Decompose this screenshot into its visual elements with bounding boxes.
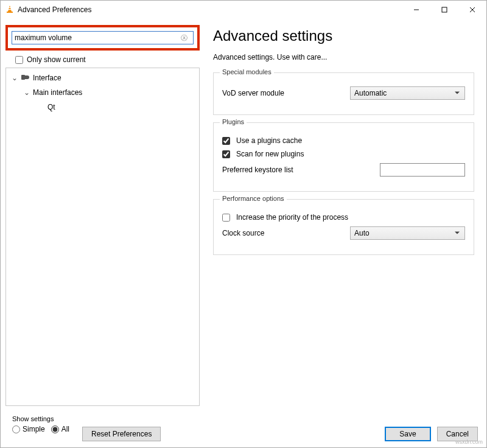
search-highlight-box: ⓧ [5, 25, 200, 51]
svg-rect-9 [21, 75, 25, 80]
radio-simple-label: Simple [23, 425, 45, 433]
use-plugins-cache-checkbox[interactable] [222, 137, 230, 145]
save-button[interactable]: Save [385, 427, 430, 441]
keystore-input[interactable] [380, 163, 465, 177]
titlebar: Advanced Preferences [1, 1, 486, 19]
window-controls [402, 1, 486, 19]
increase-priority-label: Increase the priority of the process [236, 213, 348, 222]
minimize-button[interactable] [402, 1, 430, 19]
tree-label: Interface [33, 74, 61, 82]
keystore-label: Preferred keystore list [222, 166, 344, 174]
chevron-down-icon[interactable]: ⌄ [11, 74, 18, 82]
close-button[interactable] [458, 1, 486, 19]
search-input[interactable] [12, 31, 194, 44]
clock-source-select[interactable]: Auto [350, 226, 465, 240]
chevron-down-icon[interactable]: ⌄ [23, 88, 30, 97]
page-title: Advanced settings [213, 27, 474, 44]
only-show-current-input[interactable] [15, 56, 23, 64]
tree-label: Qt [47, 103, 55, 111]
group-plugins: Plugins Use a plugins cache Scan for new… [213, 122, 474, 192]
show-settings-group: Show settings Simple All [9, 412, 74, 438]
vod-value: Automatic [354, 89, 387, 97]
reset-preferences-button[interactable]: Reset Preferences [82, 427, 161, 441]
tree-item-interface[interactable]: ⌄ Interface [6, 71, 199, 85]
left-panel: ⓧ Only show current ⌄ Interface ⌄ Main i… [1, 19, 205, 411]
clock-value: Auto [354, 229, 370, 237]
group-performance: Performance options Increase the priorit… [213, 199, 474, 255]
clear-search-icon[interactable]: ⓧ [181, 33, 187, 43]
scan-new-plugins-label: Scan for new plugins [236, 150, 304, 158]
group-title: Plugins [220, 118, 247, 125]
radio-simple-input[interactable] [12, 425, 20, 433]
group-title: Special modules [220, 68, 274, 75]
svg-marker-0 [8, 5, 12, 12]
svg-rect-3 [9, 9, 12, 10]
svg-rect-2 [9, 7, 11, 8]
tree-item-main-interfaces[interactable]: ⌄ Main interfaces [6, 85, 199, 100]
radio-all-label: All [61, 425, 69, 433]
tree-item-qt[interactable]: Qt [6, 100, 199, 114]
watermark: wsxdn.com [455, 439, 483, 445]
only-show-current-label: Only show current [27, 55, 86, 64]
show-settings-label: Show settings [12, 415, 69, 422]
interface-icon [21, 73, 30, 83]
increase-priority-checkbox[interactable] [222, 214, 230, 222]
maximize-button[interactable] [430, 1, 458, 19]
group-title: Performance options [220, 195, 287, 202]
settings-tree[interactable]: ⌄ Interface ⌄ Main interfaces Qt [5, 68, 200, 406]
svg-rect-1 [7, 12, 13, 13]
vod-label: VoD server module [222, 89, 344, 97]
svg-rect-5 [442, 7, 447, 12]
footer: Show settings Simple All Reset Preferenc… [1, 411, 486, 447]
body: ⓧ Only show current ⌄ Interface ⌄ Main i… [1, 19, 486, 411]
group-special-modules: Special modules VoD server module Automa… [213, 72, 474, 115]
vod-server-select[interactable]: Automatic [350, 86, 465, 100]
scan-new-plugins-checkbox[interactable] [222, 150, 230, 158]
radio-all-input[interactable] [51, 425, 59, 433]
only-show-current-checkbox[interactable]: Only show current [15, 55, 197, 64]
window-title: Advanced Preferences [18, 5, 91, 14]
use-plugins-cache-label: Use a plugins cache [236, 136, 302, 145]
tree-label: Main interfaces [33, 88, 82, 97]
clock-source-label: Clock source [222, 229, 344, 237]
page-subtitle: Advanced settings. Use with care... [213, 53, 474, 61]
radio-simple[interactable]: Simple [12, 425, 45, 433]
right-panel: Advanced settings Advanced settings. Use… [205, 19, 486, 411]
preferences-window: Advanced Preferences ⓧ Only show current… [0, 0, 487, 448]
radio-all[interactable]: All [51, 425, 69, 433]
vlc-icon [5, 5, 14, 15]
